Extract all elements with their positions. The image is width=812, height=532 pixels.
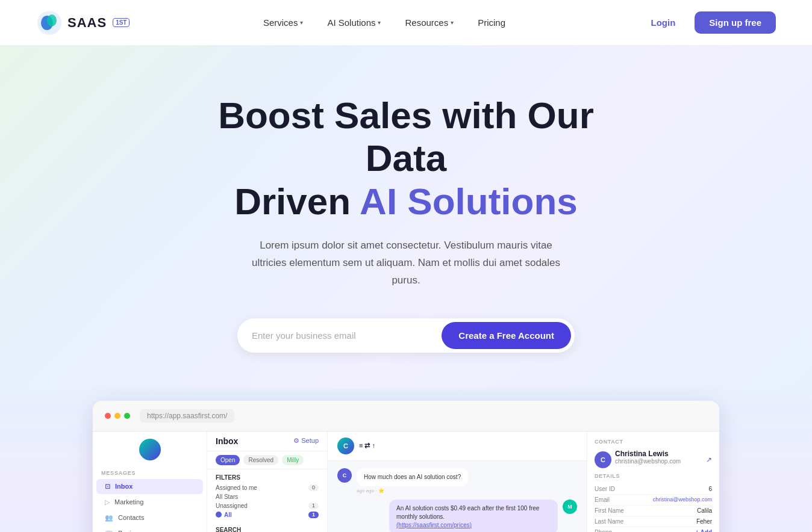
contact-panel: CONTACT C Christina Lewis christina@webs… [587,431,719,532]
contact-avatar: C [595,451,611,468]
inbox-tabs: Open Resolved Milly [207,451,327,469]
detail-userid: User ID 6 [595,484,712,495]
nav-services[interactable]: Services ▾ [254,13,313,32]
hero-title-accent: AI Solutions [360,181,578,222]
resources-chevron-icon: ▾ [451,19,454,26]
nav-actions: Login Sign up free [639,11,776,34]
tab-resolved[interactable]: Resolved [243,455,278,465]
svg-point-2 [47,14,57,26]
inbox-setup[interactable]: ⚙ Setup [293,437,319,445]
app-sidebar: MESSAGES ⊡ Inbox ▷ Marketing 👥 Contacts … [93,431,207,532]
brand-name: SAAS [67,15,107,31]
filter-all-dot [216,512,222,518]
sidebar-item-marketing[interactable]: ▷ Marketing [96,495,203,510]
browser-dot-yellow [114,413,120,419]
phone-add-button-1[interactable]: + Add [695,529,712,532]
nav-pricing[interactable]: Pricing [468,13,515,32]
inbox-icon: ⊡ [105,483,110,490]
marketing-icon: ▷ [105,498,110,506]
filter-assigned[interactable]: Assigned to me 0 [216,483,319,492]
filters-label: FILTERS [216,474,319,481]
message-row: C How much does an AI solution cost? ago… [337,468,577,493]
email-input[interactable] [252,330,442,341]
inbox-title: Inbox [216,436,238,446]
ai-solutions-chevron-icon: ▾ [378,19,381,26]
message-bubble-bot: An AI solution costs $0.49 each after th… [389,500,558,532]
logo-icon [36,10,63,36]
search-section: SEARCH Search Phrase Reset Search [207,524,327,532]
brand-badge: 1ST [113,18,130,27]
message-bubble: How much does an AI solution cost? [357,468,468,486]
chat-header-icons: ≡ ⇄ ↑ [359,442,375,450]
browser-bar: https://app.saasfirst.com/ [93,401,719,431]
chat-messages: C How much does an AI solution cost? ago… [328,461,587,532]
inbox-panel: Inbox ⚙ Setup Open Resolved Milly FILTER… [207,431,328,532]
browser-dot-red [105,413,111,419]
nav-resources[interactable]: Resources ▾ [395,13,463,32]
inbox-filters: FILTERS Assigned to me 0 All Stars Unass… [207,469,327,524]
hero-cta-form: Create a Free Account [237,318,575,353]
browser-dots [105,413,130,419]
detail-phone1: Phone + Add [595,527,712,532]
contact-header: C Christina Lewis christina@webshop.com … [595,450,712,471]
inbox-header: Inbox ⚙ Setup [207,431,327,451]
contacts-icon: 👥 [105,514,113,522]
sidebar-item-contacts[interactable]: 👥 Contacts [96,510,203,525]
hero-title: Boost Sales with Our Data Driven AI Solu… [195,94,617,223]
detail-email: Email christina@webshop.com [595,495,712,506]
app-preview-wrapper: https://app.saasfirst.com/ MESSAGES ⊡ In… [93,401,719,532]
tab-milly[interactable]: Milly [282,455,304,465]
hero-section: Boost Sales with Our Data Driven AI Solu… [0,46,812,389]
filter-allstars[interactable]: All Stars [216,492,319,501]
tab-open[interactable]: Open [216,455,240,465]
signup-button[interactable]: Sign up free [695,11,776,34]
search-label: SEARCH [216,527,319,532]
chat-header-avatar: C [337,438,354,454]
message-avatar-bot: M [563,500,577,514]
contact-email: christina@webshop.com [615,458,681,465]
hero-subtitle: Lorem ipsum dolor sit amet consectetur. … [249,237,563,289]
message-row: M An AI solution costs $0.49 each after … [337,500,577,532]
contact-section-label: CONTACT [595,439,712,445]
sidebar-item-businesses[interactable]: 🏢 Businesses [96,526,203,532]
filter-all[interactable]: All 1 [216,510,319,519]
browser-url: https://app.saasfirst.com/ [140,409,234,422]
chat-area: C ≡ ⇄ ↑ C How much does an AI solution c… [328,431,587,532]
details-section-label: DETAILS [595,473,712,479]
brand-logo[interactable]: SAAS 1ST [36,10,130,36]
app-preview-container: https://app.saasfirst.com/ MESSAGES ⊡ In… [0,389,812,532]
filter-unassigned[interactable]: Unassigned 1 [216,501,319,510]
nav-ai-solutions[interactable]: AI Solutions ▾ [317,13,390,32]
message-avatar: C [337,468,352,483]
chat-header: C ≡ ⇄ ↑ [328,431,587,461]
external-link-icon[interactable]: ↗ [706,456,712,464]
detail-firstname: First Name Calila [595,506,712,516]
businesses-icon: 🏢 [105,530,113,532]
contact-name: Christina Lewis [615,450,681,458]
sidebar-user-avatar [139,439,161,460]
browser-dot-green [124,413,130,419]
services-chevron-icon: ▾ [300,19,303,26]
navbar: SAAS 1ST Services ▾ AI Solutions ▾ Resou… [0,0,812,46]
app-content: MESSAGES ⊡ Inbox ▷ Marketing 👥 Contacts … [93,431,719,532]
sidebar-item-inbox[interactable]: ⊡ Inbox [96,479,203,494]
login-button[interactable]: Login [639,11,687,34]
nav-links: Services ▾ AI Solutions ▾ Resources ▾ Pr… [254,13,515,32]
create-account-button[interactable]: Create a Free Account [442,322,571,349]
detail-lastname: Last Name Feher [595,516,712,527]
sidebar-section-label: MESSAGES [93,468,207,478]
